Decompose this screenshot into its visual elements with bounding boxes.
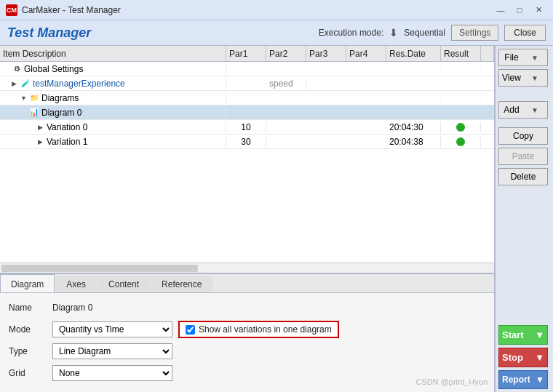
expand-icon: ▶ bbox=[38, 138, 45, 145]
row-variation1-label: ▶ Variation 1 bbox=[0, 136, 226, 148]
tab-content[interactable]: Content bbox=[98, 276, 150, 292]
table-row[interactable]: ▶ Variation 0 10 20:04:30 bbox=[0, 120, 494, 135]
titlebar: CM CarMaker - Test Manager — □ ✕ bbox=[0, 0, 553, 20]
add-arrow-icon: ▼ bbox=[524, 106, 546, 114]
table-body[interactable]: ⚙ Global Settings ▶ bbox=[0, 62, 494, 263]
row-diagram0-label: 📊 Diagram 0 bbox=[0, 107, 226, 119]
header-right: Execution mode: ⬇ Sequential Settings Cl… bbox=[319, 25, 546, 41]
spacer bbox=[498, 89, 550, 98]
row-diagram0-par3 bbox=[306, 112, 346, 113]
start-arrow-icon: ▼ bbox=[535, 329, 544, 340]
minimize-button[interactable]: — bbox=[492, 4, 509, 17]
row-diagram0-result bbox=[441, 112, 481, 113]
col-result: Result bbox=[441, 46, 481, 61]
status-green-icon bbox=[456, 123, 465, 132]
view-arrow-icon: ▼ bbox=[524, 74, 546, 82]
table-row[interactable]: 📊 Diagram 0 bbox=[0, 105, 494, 120]
show-all-variations-checkbox[interactable] bbox=[186, 325, 195, 335]
name-value: Diagram 0 bbox=[52, 303, 92, 313]
main-area: Item Description Par1 Par2 Par3 Par4 Res… bbox=[0, 46, 495, 392]
row-global-result bbox=[441, 68, 481, 70]
row-variation1-extra bbox=[481, 141, 494, 143]
row-global-resdate bbox=[386, 68, 441, 70]
report-button[interactable]: Report ▼ bbox=[498, 370, 548, 389]
show-all-variations-label: Show all variations in one diagram bbox=[199, 324, 332, 335]
mode-row: Mode Quantity vs Time Time vs Quantity Q… bbox=[9, 321, 485, 338]
file-arrow-icon: ▼ bbox=[524, 54, 546, 62]
bottom-panel: Diagram Axes Content Reference Name Diag… bbox=[0, 273, 494, 392]
expand-icon: ▶ bbox=[12, 80, 19, 87]
titlebar-title: CarMaker - Test Manager bbox=[22, 5, 121, 15]
row-diagrams-par1 bbox=[226, 97, 266, 99]
row-diagram0-extra bbox=[481, 112, 494, 113]
table-row[interactable]: ▼ 📁 Diagrams bbox=[0, 91, 494, 105]
row-exp-extra bbox=[481, 83, 494, 84]
sidebar: File ▼ View ▼ Add ▼ Copy Paste bbox=[495, 46, 553, 392]
row-diagrams-par4 bbox=[346, 97, 386, 99]
row-diagram0-par4 bbox=[346, 112, 386, 113]
sidebar-spacer bbox=[498, 188, 550, 322]
type-select[interactable]: Line Diagram Bar Diagram Scatter Plot bbox=[52, 343, 172, 359]
exec-mode-icon: ⬇ bbox=[389, 27, 398, 39]
tab-bar: Diagram Axes Content Reference bbox=[0, 274, 494, 293]
row-global-par3 bbox=[306, 68, 346, 70]
app-title: Test Manager bbox=[7, 25, 91, 41]
folder-icon: 📁 bbox=[29, 93, 39, 103]
row-variation1-result bbox=[441, 137, 481, 147]
start-button[interactable]: Start ▼ bbox=[498, 325, 548, 345]
row-exp-par4 bbox=[346, 83, 386, 84]
col-par2: Par2 bbox=[266, 46, 306, 61]
mode-label: Mode bbox=[9, 324, 52, 335]
tab-axes[interactable]: Axes bbox=[55, 276, 97, 292]
report-arrow-icon: ▼ bbox=[536, 375, 544, 385]
row-global-par4 bbox=[346, 68, 386, 70]
tab-reference[interactable]: Reference bbox=[151, 276, 212, 292]
delete-button[interactable]: Delete bbox=[498, 168, 548, 185]
row-diagram0-resdate bbox=[386, 112, 441, 113]
exec-mode-value: Sequential bbox=[404, 28, 445, 38]
row-global-par2 bbox=[266, 68, 306, 70]
grid-select[interactable]: None Major Minor Both bbox=[52, 365, 172, 381]
stop-arrow-icon: ▼ bbox=[535, 352, 544, 363]
tab-diagram[interactable]: Diagram bbox=[0, 274, 55, 292]
main-window: Test Manager Execution mode: ⬇ Sequentia… bbox=[0, 20, 553, 392]
table-row[interactable]: ▶ 🧪 testManagerExperience speed bbox=[0, 76, 494, 91]
stop-button[interactable]: Stop ▼ bbox=[498, 348, 548, 367]
row-variation0-extra bbox=[481, 127, 494, 128]
row-variation1-par4 bbox=[346, 141, 386, 143]
file-button[interactable]: File ▼ bbox=[498, 49, 548, 66]
row-exp-resdate bbox=[386, 83, 441, 84]
table-row[interactable]: ▶ Variation 1 30 20:04:38 bbox=[0, 135, 494, 149]
row-exp-par1 bbox=[226, 83, 266, 84]
diagram-icon: 📊 bbox=[29, 108, 39, 118]
name-row: Name Diagram 0 bbox=[9, 299, 485, 316]
row-variation1-par3 bbox=[306, 141, 346, 143]
settings-button[interactable]: Settings bbox=[451, 25, 498, 41]
row-variation0-par4 bbox=[346, 127, 386, 128]
col-par1: Par1 bbox=[226, 46, 266, 61]
type-label: Type bbox=[9, 346, 52, 356]
row-variation0-par3 bbox=[306, 127, 346, 128]
close-main-button[interactable]: Close bbox=[504, 25, 546, 41]
hscroll-bar[interactable] bbox=[1, 265, 198, 272]
titlebar-close-button[interactable]: ✕ bbox=[530, 4, 547, 17]
paste-button[interactable]: Paste bbox=[498, 148, 548, 165]
view-button[interactable]: View ▼ bbox=[498, 69, 548, 87]
spacer2 bbox=[498, 121, 550, 124]
row-experiment-label: ▶ 🧪 testManagerExperience bbox=[0, 78, 226, 89]
app-icon: CM bbox=[6, 4, 17, 16]
table-row[interactable]: ⚙ Global Settings bbox=[0, 62, 494, 76]
copy-button[interactable]: Copy bbox=[498, 127, 548, 145]
maximize-button[interactable]: □ bbox=[511, 4, 528, 17]
row-variation0-label: ▶ Variation 0 bbox=[0, 121, 226, 133]
mode-select[interactable]: Quantity vs Time Time vs Quantity Quanti… bbox=[52, 321, 172, 337]
row-variation1-par2 bbox=[266, 141, 306, 143]
col-par3: Par3 bbox=[306, 46, 346, 61]
row-diagrams-par2 bbox=[266, 97, 306, 99]
row-global-extra bbox=[481, 68, 494, 70]
table-header: Item Description Par1 Par2 Par3 Par4 Res… bbox=[0, 46, 494, 62]
row-variation0-resdate: 20:04:30 bbox=[386, 121, 441, 133]
hscroll-area[interactable] bbox=[0, 263, 494, 273]
row-diagram0-par2 bbox=[266, 112, 306, 113]
add-button[interactable]: Add ▼ bbox=[498, 101, 548, 119]
